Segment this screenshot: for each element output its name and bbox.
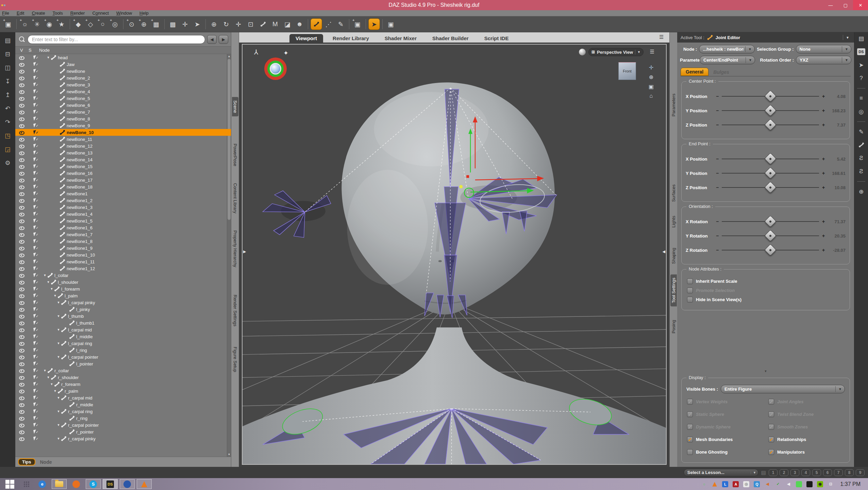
update-ready-icon[interactable] xyxy=(796,481,802,487)
tree-row-newbone-5[interactable]: newBone_5 xyxy=(15,95,231,102)
slider-plus-button[interactable]: + xyxy=(821,108,826,113)
tree-row-newbone-15[interactable]: newBone_15 xyxy=(15,163,231,170)
selectable-cursor-icon[interactable] xyxy=(33,184,38,189)
selectable-cursor-icon[interactable] xyxy=(33,212,38,216)
tree-row-r-palm[interactable]: ▼r_palm xyxy=(15,388,231,394)
lesson-selector[interactable]: Select a Lesson... ▼ xyxy=(684,469,758,476)
tree-row-l-carpal-pointer[interactable]: ▼l_carpal pointer xyxy=(15,354,231,360)
selectable-cursor-icon[interactable] xyxy=(33,82,38,87)
tree-row-r-carpal-ring[interactable]: ▼r_carpal ring xyxy=(15,408,231,415)
tool-dropdown-icon[interactable]: ▼ xyxy=(846,36,851,39)
redo-icon[interactable]: ↷ xyxy=(4,118,12,126)
tab-parameters[interactable]: Parameters xyxy=(670,90,677,120)
bone-tool-icon[interactable] xyxy=(257,18,269,30)
selectable-cursor-icon[interactable] xyxy=(33,327,38,332)
settings-gear-icon[interactable]: ⚙ xyxy=(4,159,12,167)
start-button[interactable] xyxy=(5,480,16,489)
tree-row-jaw[interactable]: Jaw xyxy=(15,61,231,68)
new-cube-icon[interactable]: ▦+ xyxy=(150,18,162,30)
tree-row-l-shoulder[interactable]: ▼l_shoulder xyxy=(15,279,231,285)
menu-create[interactable]: Create xyxy=(32,11,45,16)
minimize-button[interactable]: — xyxy=(823,0,838,10)
surface-selection-tool-icon[interactable]: ◪ xyxy=(282,18,293,30)
filter-forward-button[interactable]: ▶ xyxy=(219,35,228,44)
selectable-cursor-icon[interactable] xyxy=(33,259,38,264)
scale-tool-icon[interactable]: ⊕ xyxy=(208,18,220,30)
tree-row-newbone-18[interactable]: newBone_18 xyxy=(15,183,231,190)
viewport-tab-viewport[interactable]: Viewport xyxy=(289,34,323,43)
expander-icon[interactable]: ▼ xyxy=(53,389,57,393)
tab-powerpose[interactable]: PowerPose xyxy=(232,140,238,169)
slider-track[interactable] xyxy=(722,110,819,111)
menu-render[interactable]: Render xyxy=(70,11,85,16)
selectable-cursor-icon[interactable] xyxy=(33,178,38,182)
visibility-eye-icon[interactable] xyxy=(19,205,24,210)
visibility-eye-icon[interactable] xyxy=(19,287,24,291)
whats-this-pointer-icon[interactable]: ➤ xyxy=(857,61,866,69)
menu-window[interactable]: Window xyxy=(116,11,132,16)
zoom-tool-icon[interactable]: ⊕ xyxy=(649,74,653,80)
render-camera-icon[interactable]: ▣ xyxy=(385,18,397,30)
geometry-tool-icon[interactable]: M xyxy=(269,18,281,30)
visibility-eye-icon[interactable] xyxy=(19,130,24,135)
selectable-cursor-icon[interactable] xyxy=(33,103,38,108)
visibility-eye-icon[interactable] xyxy=(19,239,24,244)
new-file-icon[interactable]: ▤ xyxy=(4,36,12,45)
firefox-icon[interactable] xyxy=(69,479,84,489)
blue-app-icon[interactable] xyxy=(120,479,135,489)
visibility-eye-icon[interactable] xyxy=(19,321,24,325)
visibility-eye-icon[interactable] xyxy=(19,280,24,284)
expander-icon[interactable]: ▼ xyxy=(46,56,51,59)
slider-minus-button[interactable]: − xyxy=(715,170,720,176)
slider-track[interactable] xyxy=(722,96,819,97)
camera-view-selector[interactable]: ⊞ Perspective View ▼ xyxy=(588,48,644,56)
tab-property-hierarchy[interactable]: Property Hierarchy xyxy=(232,227,238,271)
visibility-eye-icon[interactable] xyxy=(19,218,24,223)
creative-cloud-icon[interactable]: ◎ xyxy=(743,481,749,487)
selectable-cursor-icon[interactable] xyxy=(33,348,38,353)
visibility-eye-icon[interactable] xyxy=(19,178,24,182)
visibility-eye-icon[interactable] xyxy=(19,157,24,162)
tree-row-newbone-3[interactable]: newBone_3 xyxy=(15,81,231,88)
visibility-eye-icon[interactable] xyxy=(19,96,24,101)
view-cube[interactable]: Front xyxy=(618,62,636,80)
rotation-order-dropdown[interactable]: YXZ▼ xyxy=(796,56,851,64)
selectable-cursor-icon[interactable] xyxy=(33,321,38,325)
slider-plus-button[interactable]: + xyxy=(821,185,826,190)
tree-row-newbone1-12[interactable]: newBone1_12 xyxy=(15,265,231,272)
orbit-rings-widget[interactable] xyxy=(264,58,287,80)
lesson-page-7[interactable]: 7 xyxy=(834,469,843,476)
selectable-cursor-icon[interactable] xyxy=(33,368,38,373)
checkbox-box[interactable]: ✓ xyxy=(687,437,693,442)
visibility-eye-icon[interactable] xyxy=(19,341,24,346)
viewport-tab-render-library[interactable]: Render Library xyxy=(327,34,375,43)
slider-minus-button[interactable]: − xyxy=(715,94,720,99)
new-point-light-icon[interactable]: ✳+ xyxy=(31,18,43,30)
tree-row-newbone-10[interactable]: newBone_10 xyxy=(15,129,231,136)
selectable-cursor-icon[interactable] xyxy=(33,273,38,278)
muscle-flex-icon[interactable]: Ƨ xyxy=(857,154,866,162)
expander-icon[interactable]: ▼ xyxy=(56,301,61,304)
nvidia-icon[interactable]: ◉ xyxy=(817,481,823,487)
slider-thumb[interactable] xyxy=(764,244,776,256)
visibility-eye-icon[interactable] xyxy=(19,355,24,359)
node-select-tool-icon[interactable]: ⊡ xyxy=(245,18,256,30)
panel-splitter-arrow[interactable]: ▼ xyxy=(677,370,854,373)
selectable-cursor-icon[interactable] xyxy=(33,307,38,312)
selectable-cursor-icon[interactable] xyxy=(33,157,38,162)
tree-row-newbone1-3[interactable]: newBone1_3 xyxy=(15,204,231,211)
tree-row-newbone-11[interactable]: newBone_11 xyxy=(15,136,231,143)
selectable-cursor-icon[interactable] xyxy=(33,89,38,94)
close-button[interactable]: ✕ xyxy=(853,0,868,10)
tree-row-r-shoulder[interactable]: ▼r_shoulder xyxy=(15,374,231,381)
slider-plus-button[interactable]: + xyxy=(821,94,826,99)
tree-row-head[interactable]: ▼head xyxy=(15,54,231,61)
selectable-cursor-icon[interactable] xyxy=(33,341,38,346)
visibility-eye-icon[interactable] xyxy=(19,266,24,271)
visibility-eye-icon[interactable] xyxy=(19,76,24,80)
selectable-cursor-icon[interactable] xyxy=(33,123,38,128)
lesson-page-4[interactable]: 4 xyxy=(801,469,810,476)
figure-edit-icon[interactable]: ✎ xyxy=(857,128,866,136)
slider-minus-button[interactable]: − xyxy=(715,156,720,162)
slider-thumb[interactable] xyxy=(764,119,776,131)
